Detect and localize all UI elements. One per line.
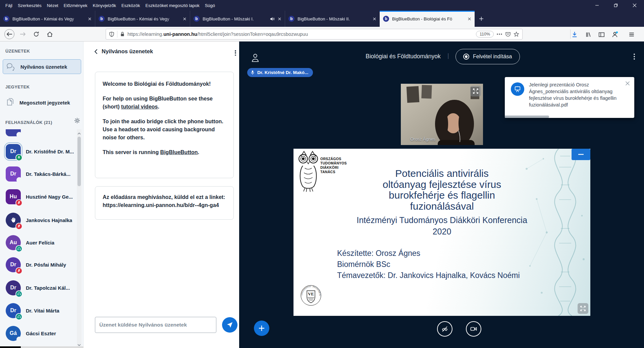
tab-3[interactable]: b BigBlueButton - Műszaki I. [190,11,285,27]
menu-view[interactable]: Nézet [44,2,61,9]
reload-button[interactable] [31,29,42,40]
webcam-user-label: Orosz Ágnes [410,137,435,142]
chat-header[interactable]: Nyilvános üzenetek [94,48,153,55]
sidebar-item-shared-notes[interactable]: Megosztott jegyzetek [3,95,81,110]
menu-history[interactable]: Előzmények [61,2,90,9]
welcome-text: ! [209,81,211,87]
mic-muted-badge-icon [15,223,22,230]
mic-on-badge-icon [15,154,22,161]
scrollbar-thumb[interactable] [77,137,81,186]
user-list-item[interactable]: Au Auer Felícia [0,234,76,251]
slide-author-block: Készítette: Orosz Ágnes Biomérnök BSc Té… [337,248,520,281]
sidebar-item-public-chat[interactable]: Nyilvános üzenetek [3,59,81,74]
library-icon[interactable] [584,31,592,38]
user-list-item[interactable]: Dr Dr. Tapolczai Kál... [0,279,76,296]
menu-edit[interactable]: Szerkesztés [15,2,44,9]
window-restore-icon[interactable] [606,0,625,11]
users-section-header: FELHASZNÁLÓK (21) [5,120,52,125]
url-bar[interactable]: https://elearning.uni-pannon.hu/html5cli… [106,29,523,40]
user-avatar: Dr [6,280,21,295]
presentation-toast: Jelenlegi prezentáció Orosz Ágnes_potenc… [505,77,634,118]
leave-audio-button[interactable] [437,321,452,337]
mic-muted-badge-icon [15,267,22,274]
menu-bookmarks[interactable]: Könyvjelzők [90,2,119,9]
account-icon[interactable] [611,31,619,38]
presentation-slide: ORSZÁGOS TUDOMÁNYOS DIÁKKÖRI TANÁCS Pote… [293,149,590,316]
user-avatar: Dr [6,144,21,159]
page-actions-icon[interactable] [496,33,502,35]
tab-close-icon[interactable] [88,17,92,21]
university-crest: UNIVERSITAS · PANNONICA · VE [300,278,322,311]
slide-fullscreen-icon[interactable] [578,303,588,314]
user-name: Dr. Tapolczai Kál... [26,285,70,291]
tab-5-active[interactable]: b BigBlueButton - Biológiai és Fö [380,11,475,27]
user-list-item[interactable]: Dr Dr. Kristófné Dr. M... [0,143,76,160]
pocket-icon[interactable] [505,31,511,37]
tab-audio-icon[interactable] [270,16,275,21]
chat-message-input[interactable] [95,317,216,333]
manage-users-gear-icon[interactable] [74,118,80,124]
tab-close-icon[interactable] [278,17,281,21]
tab-4[interactable]: b BigBlueButton - Műszaki II. [285,11,380,27]
user-list-item[interactable]: Dr Dr. Takács-Bárká... [0,165,76,182]
tab-1[interactable]: b BigBlueButton - Kémiai és Vegy [0,11,95,27]
tab-title: BigBlueButton - Biológiai és Fö [392,16,465,21]
window-close-icon[interactable] [625,0,644,11]
actions-plus-button[interactable] [254,321,269,336]
zoom-level-badge[interactable]: 110% [476,31,494,38]
home-button[interactable] [44,29,55,40]
minimize-presentation-button[interactable] [572,149,590,160]
menu-tools[interactable]: Eszközök [119,2,143,9]
user-list-item[interactable]: Hu Husztiné Nagy Ge... [0,188,76,205]
bigbluebutton-favicon-icon: b [288,16,294,22]
tab-close-icon[interactable] [468,17,471,21]
sidebar-toggle-icon[interactable] [598,31,605,38]
messages-section-header: ÜZENETEK [5,49,30,54]
window-minimize-icon[interactable] [588,0,606,11]
scrollbar-up-icon[interactable] [77,130,81,136]
listen-only-badge-icon [15,313,22,320]
webcam-fullscreen-icon[interactable] [470,86,481,96]
user-list-item[interactable]: Gá Gácsi Eszter [0,325,76,342]
downloads-icon[interactable] [571,31,578,38]
tab-close-icon[interactable] [373,17,376,21]
menu-help[interactable]: Súgó [202,2,218,9]
user-list-item[interactable]: Jankovics Hajnalka [0,212,76,228]
lock-icon[interactable] [120,31,125,37]
forward-button[interactable] [17,29,28,40]
user-profile-icon[interactable] [251,53,260,64]
bigbluebutton-link[interactable]: BigBlueButton [160,149,198,155]
start-recording-button[interactable]: Felvétel indítása [455,49,520,64]
new-tab-button[interactable] [475,11,488,27]
send-message-button[interactable] [222,317,237,333]
menu-file[interactable]: Fájl [3,2,15,9]
back-button[interactable] [4,29,15,40]
user-list-item[interactable]: Dr Dr. Pósfai Mihály [0,256,76,273]
video-camera-icon [470,325,477,333]
divider [570,29,571,39]
tab-close-icon[interactable] [183,17,186,21]
url-prefix: https://elearning. [127,31,163,37]
tab-2[interactable]: b BigBlueButton - Kémiai és Vegy [95,11,190,27]
chat-bubbles-icon [6,63,16,71]
share-webcam-button[interactable] [466,321,481,337]
url-domain: uni-pannon.hu [163,31,197,37]
hamburger-menu-icon[interactable] [628,31,635,38]
phone-slash-icon [441,325,448,333]
options-kebab-icon[interactable] [632,53,637,60]
slide-subtitle: Intézményi Tudományos Diákköri Konferenc… [293,214,590,237]
menu-shared-tabs[interactable]: Eszközöket megosztó lapok [143,2,202,9]
chat-options-kebab-icon[interactable] [233,50,238,56]
tutorial-videos-link[interactable]: tutorial videos [121,104,158,110]
meeting-name: Biológiai és Földtudományok [134,81,209,87]
avatar-initials: Dr [10,307,16,314]
browser-menubar: Fájl Szerkesztés Nézet Előzmények Könyvj… [0,0,644,11]
talking-indicator[interactable]: Dr. Kristófné Dr. Makó... [247,68,313,77]
tracking-protection-shield-icon[interactable] [109,31,114,37]
welcome-text: This server is running [103,149,160,155]
avatar-initials: Gá [10,330,17,336]
user-list-item[interactable]: Dr Dr. Vitai Márta [0,302,76,319]
bookmark-star-icon[interactable] [514,31,519,37]
invite-link[interactable]: https://elearning.uni-pannon.hu/b/dr--4g… [103,201,226,209]
toast-close-icon[interactable] [624,80,631,87]
